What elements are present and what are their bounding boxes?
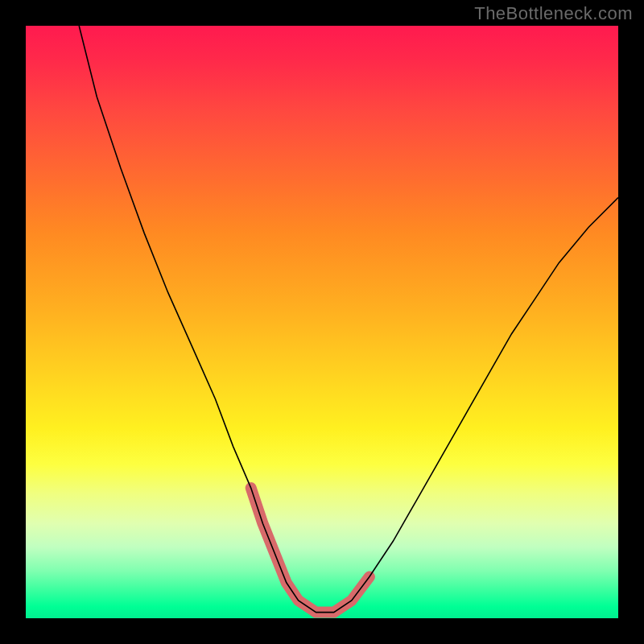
plot-area: [26, 26, 618, 618]
bottleneck-curve: [79, 26, 618, 613]
watermark-text: TheBottleneck.com: [474, 3, 633, 24]
curve-highlight: [251, 488, 369, 613]
chart-frame: TheBottleneck.com: [0, 0, 644, 644]
chart-svg: [26, 26, 618, 618]
